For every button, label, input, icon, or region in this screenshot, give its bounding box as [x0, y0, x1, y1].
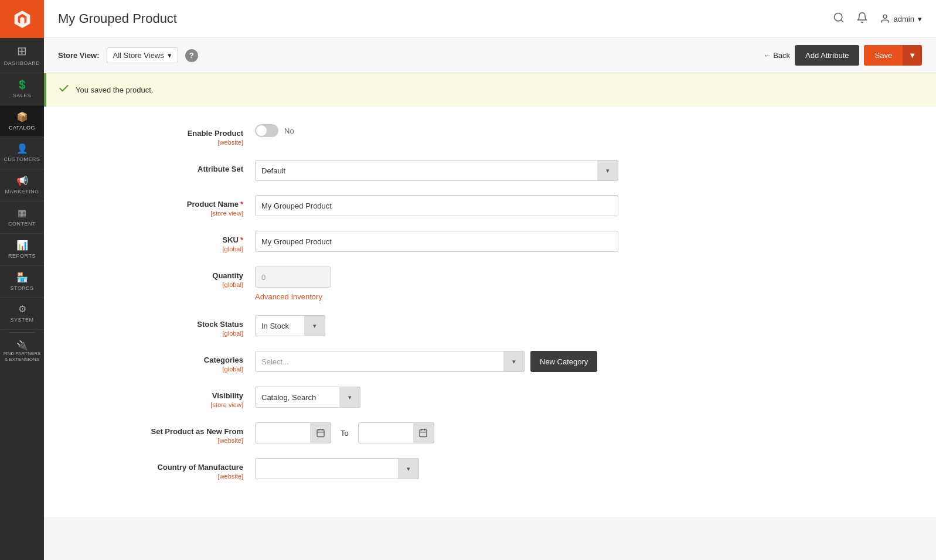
sku-input[interactable] — [255, 231, 618, 252]
date-to-icon[interactable] — [413, 422, 434, 443]
user-menu[interactable]: admin ▾ — [880, 13, 922, 24]
catalog-icon: 📦 — [16, 111, 28, 122]
attribute-set-label-col: Attribute Set — [91, 160, 255, 173]
stock-status-control: In Stock Out of Stock ▾ — [255, 315, 889, 336]
success-message: You saved the product. — [76, 86, 154, 94]
attribute-set-select-wrapper: Default ▾ — [255, 160, 618, 181]
enable-product-control: No — [255, 124, 889, 137]
sidebar-item-stores[interactable]: 🏪 STORES — [0, 266, 44, 298]
sales-icon: 💲 — [16, 79, 28, 90]
quantity-control: Advanced Inventory — [255, 267, 889, 301]
sidebar-item-catalog[interactable]: 📦 CATALOG — [0, 105, 44, 138]
attribute-set-control: Default ▾ — [255, 160, 889, 181]
search-icon[interactable] — [833, 12, 845, 26]
sidebar-item-content-label: CONTENT — [8, 221, 36, 227]
sku-label-col: SKU* [global] — [91, 231, 255, 252]
set-product-new-label-col: Set Product as New From [website] — [91, 422, 255, 444]
date-from-icon[interactable] — [310, 422, 331, 443]
bell-icon[interactable] — [856, 12, 868, 26]
sidebar-item-customers[interactable]: 👤 CUSTOMERS — [0, 137, 44, 169]
sidebar-item-dashboard-label: DASHBOARD — [4, 60, 40, 67]
enable-product-sub: [website] — [91, 139, 243, 146]
store-view-value: All Store Views — [113, 51, 164, 60]
stock-status-label: Stock Status — [91, 320, 243, 329]
marketing-icon: 📢 — [16, 175, 28, 186]
country-manufacture-label-col: Country of Manufacture [website] — [91, 458, 255, 480]
set-product-new-control: To — [255, 422, 889, 443]
enable-product-row: Enable Product [website] No — [91, 124, 889, 146]
enable-product-toggle[interactable] — [255, 124, 278, 137]
sidebar-logo[interactable] — [0, 0, 44, 38]
categories-control: Select... ▾ New Category — [255, 351, 889, 372]
sidebar-divider — [9, 332, 35, 333]
sidebar-item-reports-label: REPORTS — [8, 253, 36, 259]
stores-icon: 🏪 — [16, 272, 28, 283]
country-manufacture-control: ▾ — [255, 458, 889, 479]
add-attribute-button[interactable]: Add Attribute — [795, 45, 859, 66]
categories-select[interactable]: Select... — [255, 351, 525, 372]
sku-sub: [global] — [91, 245, 243, 252]
page-title: My Grouped Product — [58, 11, 177, 26]
visibility-sub: [store view] — [91, 401, 243, 408]
reports-icon: 📊 — [16, 240, 28, 251]
country-select-wrapper: ▾ — [255, 458, 419, 479]
success-banner: You saved the product. — [44, 73, 936, 107]
product-name-input[interactable] — [255, 195, 618, 216]
back-button[interactable]: ← Back — [764, 51, 791, 60]
date-to-label: To — [337, 429, 352, 438]
store-view-select[interactable]: All Store Views ▾ — [107, 47, 178, 63]
sidebar-item-system[interactable]: ⚙ SYSTEM — [0, 298, 44, 330]
toolbar-left: Store View: All Store Views ▾ ? — [58, 47, 198, 63]
enable-product-label: Enable Product — [91, 129, 243, 138]
help-icon[interactable]: ? — [185, 49, 198, 62]
sidebar-item-catalog-label: CATALOG — [9, 125, 35, 131]
attribute-set-label: Attribute Set — [91, 165, 243, 173]
advanced-inventory-link[interactable]: Advanced Inventory — [255, 292, 322, 301]
store-view-arrow-icon: ▾ — [168, 51, 172, 60]
attribute-set-row: Attribute Set Default ▾ — [91, 160, 889, 181]
country-select[interactable] — [255, 458, 419, 479]
save-button[interactable]: Save — [864, 45, 903, 66]
product-form: Enable Product [website] No Attribute Se… — [44, 107, 936, 517]
sidebar-item-content[interactable]: ▦ CONTENT — [0, 202, 44, 234]
date-from-wrapper — [255, 422, 331, 443]
save-dropdown-button[interactable]: ▼ — [903, 45, 922, 66]
user-dropdown-icon: ▾ — [918, 15, 922, 23]
categories-sub: [global] — [91, 366, 243, 373]
save-button-group: Save ▼ — [864, 45, 922, 66]
visibility-select-wrapper: Not Visible Individually Catalog Search … — [255, 387, 360, 408]
categories-label-col: Categories [global] — [91, 351, 255, 373]
product-name-sub: [store view] — [91, 210, 243, 217]
sidebar: ⊞ DASHBOARD 💲 SALES 📦 CATALOG 👤 CUSTOMER… — [0, 0, 44, 560]
customers-icon: 👤 — [16, 143, 28, 154]
stock-status-sub: [global] — [91, 330, 243, 337]
visibility-control: Not Visible Individually Catalog Search … — [255, 387, 889, 408]
visibility-label-col: Visibility [store view] — [91, 387, 255, 408]
categories-select-wrapper: Select... ▾ — [255, 351, 525, 372]
sidebar-item-marketing[interactable]: 📢 MARKETING — [0, 169, 44, 202]
sidebar-item-customers-label: CUSTOMERS — [4, 156, 40, 163]
country-manufacture-sub: [website] — [91, 473, 243, 480]
product-name-label: Product Name* — [91, 200, 243, 209]
set-product-new-label: Set Product as New From — [91, 427, 243, 436]
enable-product-label-col: Enable Product [website] — [91, 124, 255, 146]
quantity-label-col: Quantity [global] — [91, 267, 255, 288]
stock-status-select[interactable]: In Stock Out of Stock — [255, 315, 325, 336]
quantity-sub: [global] — [91, 281, 243, 288]
quantity-input[interactable] — [255, 267, 331, 288]
country-manufacture-row: Country of Manufacture [website] ▾ — [91, 458, 889, 480]
categories-label: Categories — [91, 356, 243, 364]
set-product-new-row: Set Product as New From [website] To — [91, 422, 889, 444]
new-category-button[interactable]: New Category — [530, 351, 597, 372]
product-name-label-col: Product Name* [store view] — [91, 195, 255, 217]
toolbar-right: ← Back Add Attribute Save ▼ — [764, 45, 922, 66]
set-product-new-sub: [website] — [91, 437, 243, 444]
attribute-set-select[interactable]: Default — [255, 160, 618, 181]
sidebar-item-sales[interactable]: 💲 SALES — [0, 73, 44, 105]
sidebar-item-extensions[interactable]: 🔌 FIND PARTNERS & EXTENSIONS — [0, 335, 44, 367]
sidebar-item-reports[interactable]: 📊 REPORTS — [0, 234, 44, 266]
visibility-select[interactable]: Not Visible Individually Catalog Search … — [255, 387, 360, 408]
sidebar-item-dashboard[interactable]: ⊞ DASHBOARD — [0, 38, 44, 73]
country-manufacture-label: Country of Manufacture — [91, 463, 243, 472]
quantity-label: Quantity — [91, 271, 243, 280]
